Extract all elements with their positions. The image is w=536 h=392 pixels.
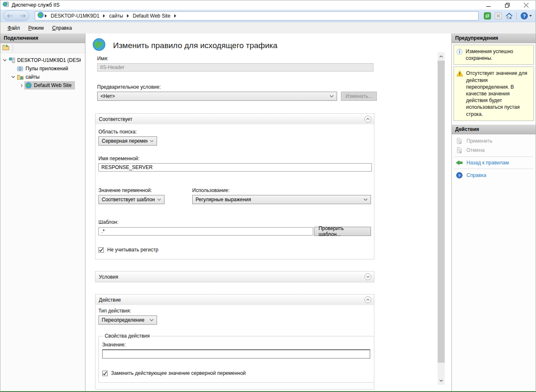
- action-properties-legend: Свойства действия: [103, 333, 151, 339]
- restart-button[interactable]: [482, 11, 492, 20]
- back-to-rules-action[interactable]: Назад к правилам: [452, 159, 536, 167]
- help-action[interactable]: ? Справка: [452, 171, 536, 180]
- tree-item-label: сайты: [26, 74, 40, 80]
- conditions-section: Условия: [95, 271, 374, 282]
- chevron-up-circle-icon: [364, 115, 371, 123]
- save-connections-button[interactable]: [2, 44, 10, 52]
- replace-value-checkbox[interactable]: [102, 371, 108, 376]
- actions-separator: [454, 156, 533, 157]
- connections-panel: Подключения DESKTOP-U1MK9D1 (DESKTO: [0, 33, 85, 391]
- svg-text:?: ?: [458, 173, 461, 177]
- chevron-down-icon: [363, 198, 368, 201]
- breadcrumb[interactable]: DESKTOP-U1MK9D1 сайты Default Web Site: [35, 11, 479, 20]
- collapse-section-button[interactable]: [364, 296, 371, 303]
- cancel-action: Отмена: [452, 146, 536, 155]
- page-title: Изменить правило для исходящего трафика: [113, 41, 278, 50]
- svg-text:?: ?: [523, 13, 526, 18]
- using-select[interactable]: Регулярные выражения: [192, 195, 371, 204]
- variable-name-input[interactable]: RESPONSE_SERVER: [98, 163, 372, 172]
- tree-item-app-pools[interactable]: Пулы приложений: [0, 64, 85, 73]
- chevron-down-icon: [439, 379, 443, 382]
- chevron-down-icon[interactable]: [2, 59, 8, 61]
- stop-button: [493, 11, 503, 20]
- edit-outbound-rule-page: Изменить правило для исходящего трафика …: [85, 33, 450, 391]
- minimize-button[interactable]: [479, 0, 498, 10]
- variable-value-select[interactable]: Соответствует шаблону: [98, 195, 165, 204]
- info-alert: Изменения успешно сохранены.: [454, 45, 534, 65]
- menu-help[interactable]: Справка: [48, 23, 76, 33]
- chevron-right-icon[interactable]: [19, 84, 24, 87]
- chevron-down-icon[interactable]: [10, 76, 16, 78]
- info-alert-text: Изменения успешно сохранены.: [466, 48, 531, 61]
- globe-icon: [25, 82, 32, 89]
- ignore-case-checkbox[interactable]: [98, 247, 104, 253]
- back-button[interactable]: [7, 12, 13, 20]
- action-value-input[interactable]: [102, 349, 370, 359]
- connections-tree: DESKTOP-U1MK9D1 (DESKTO Пулы приложений: [0, 53, 85, 391]
- help-button[interactable]: ?: [519, 11, 533, 20]
- back-arrow-icon: [7, 14, 13, 18]
- precondition-label: Предварительное условие:: [97, 84, 450, 90]
- pattern-input[interactable]: .*: [98, 227, 313, 236]
- menu-file[interactable]: Файл: [3, 23, 24, 33]
- restore-button[interactable]: [498, 0, 517, 10]
- scroll-up-button[interactable]: [438, 52, 445, 61]
- scrollbar-thumb[interactable]: [438, 61, 445, 363]
- toolbar-separator: [13, 45, 13, 51]
- test-pattern-button[interactable]: Проверить шаблон...: [314, 227, 371, 236]
- breadcrumb-separator-icon: [127, 14, 129, 18]
- home-icon: [505, 12, 513, 20]
- forward-button[interactable]: [20, 12, 26, 20]
- scope-select[interactable]: Серверная переменн: [98, 136, 157, 146]
- cancel-icon: [456, 147, 463, 154]
- close-button[interactable]: [517, 0, 536, 10]
- ignore-case-label: Не учитывать регистр: [107, 247, 158, 253]
- tree-item-label: DESKTOP-U1MK9D1 (DESKTO: [17, 57, 81, 63]
- tree-item-sites[interactable]: сайты: [0, 73, 85, 81]
- help-dropdown-caret-icon: [529, 15, 532, 17]
- breadcrumb-separator-icon: [103, 14, 105, 18]
- warning-icon: [456, 70, 463, 117]
- breadcrumb-sites[interactable]: сайты: [109, 13, 123, 19]
- back-green-arrow-icon: [456, 160, 463, 166]
- selected-tree-item[interactable]: Default Web Site: [24, 81, 75, 90]
- menu-mode[interactable]: Режим: [24, 23, 48, 33]
- warning-alert: Отсутствует значение для действия переоп…: [454, 67, 534, 120]
- breadcrumb-site[interactable]: Default Web Site: [133, 13, 170, 19]
- action-section-title: Действие: [99, 297, 121, 303]
- tree-item-default-web-site[interactable]: Default Web Site: [0, 81, 85, 90]
- pattern-label: Шаблон:: [98, 219, 371, 225]
- name-label: Имя:: [97, 56, 450, 61]
- tree-item-label: Default Web Site: [34, 82, 72, 88]
- match-section: Соответствует Область поиска: Серверная …: [95, 113, 374, 259]
- globe-icon: [37, 12, 44, 20]
- apply-label: Применить: [466, 138, 492, 144]
- precondition-select[interactable]: <Нет>: [97, 92, 337, 101]
- replace-value-label: Заменить действующее значение серверной …: [111, 370, 246, 376]
- scroll-down-button[interactable]: [438, 377, 445, 385]
- home-button[interactable]: [504, 11, 514, 20]
- connections-toolbar: [0, 43, 85, 53]
- vertical-scrollbar[interactable]: [438, 52, 445, 385]
- help-icon: ?: [456, 172, 463, 179]
- restore-icon: [505, 3, 510, 8]
- match-section-title: Соответствует: [99, 116, 132, 122]
- chevron-up-icon: [439, 55, 443, 58]
- action-value-label: Значение:: [102, 342, 370, 348]
- expand-section-button[interactable]: [364, 273, 371, 280]
- action-type-select[interactable]: Переопределение: [98, 315, 157, 325]
- sites-folder-icon: [17, 74, 24, 80]
- tree-item-server[interactable]: DESKTOP-U1MK9D1 (DESKTO: [0, 56, 85, 64]
- actions-panel: Предупреждения Изменения успешно сохране…: [451, 33, 536, 391]
- action-section: Действие Тип действия: Переопределение С…: [95, 294, 374, 389]
- scope-label: Область поиска:: [98, 129, 371, 135]
- alerts-header: Предупреждения: [452, 33, 536, 43]
- help-label[interactable]: Справка: [466, 172, 486, 178]
- collapse-section-button[interactable]: [364, 115, 371, 123]
- checkmark-icon: [103, 371, 107, 376]
- back-to-rules-label[interactable]: Назад к правилам: [466, 160, 509, 166]
- edit-precondition-button: Изменить...: [341, 92, 377, 101]
- breadcrumb-server[interactable]: DESKTOP-U1MK9D1: [51, 13, 99, 19]
- using-label: Использование:: [192, 187, 371, 193]
- apply-action: Применить: [452, 136, 536, 146]
